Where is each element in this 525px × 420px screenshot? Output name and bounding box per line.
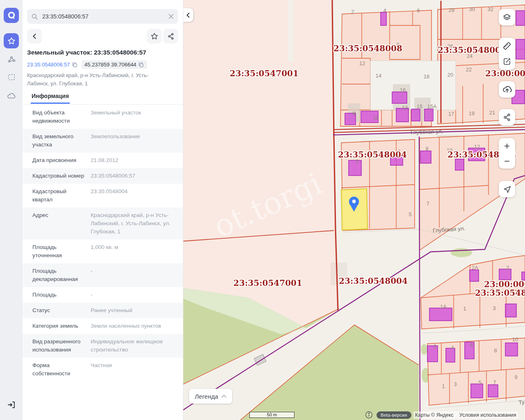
app-logo[interactable] (4, 8, 19, 23)
table-row: Площадь декларированная- (23, 263, 183, 287)
table-row: Форма собственностиЧастная (23, 358, 183, 381)
parcel-number: 15А (427, 103, 436, 110)
row-value: Индивидуальное жилищное строительство (91, 338, 176, 354)
info-button[interactable] (365, 411, 373, 419)
share-button[interactable] (163, 29, 178, 43)
tab-information[interactable]: Информация (31, 92, 70, 104)
parcel-number: 9 (514, 374, 517, 380)
select-area-icon (7, 73, 16, 82)
row-label: Форма собственности (32, 361, 87, 378)
parcel-number: 22 (466, 66, 472, 73)
measure-button[interactable] (499, 38, 515, 54)
upload-button[interactable] (499, 81, 515, 98)
parcel-number: 2 (433, 343, 436, 349)
clear-search-icon[interactable] (168, 14, 174, 19)
sidebar-item-selection[interactable] (6, 72, 16, 82)
parcel-number: 13 (402, 105, 408, 111)
sidebar-item-favorites[interactable] (4, 33, 19, 48)
chevron-left-icon (32, 34, 37, 39)
share-map-button[interactable] (499, 109, 515, 126)
cloud-icon (7, 91, 16, 101)
copy-icon[interactable] (72, 62, 78, 68)
address-text: Краснодарский край, р-н Усть-Лабинский, … (27, 71, 162, 88)
left-rail (0, 0, 23, 420)
copyright-label: Карты © Яндекс (415, 412, 454, 418)
locate-button[interactable] (499, 181, 515, 197)
row-value: - (91, 267, 176, 283)
table-row: Кадастровый номер23:35:0548006:57 (23, 168, 183, 184)
coordinates-chip[interactable]: 45.237859 39.706644 (82, 60, 147, 69)
parcel-number: 8 (425, 146, 428, 152)
parcel-number: 3 (454, 381, 457, 387)
legend-label: Легенда (195, 393, 218, 400)
parcel-number: 17 (448, 111, 454, 117)
measure-edit-group (499, 38, 515, 70)
cadastral-label: 23:35:0548004 (339, 276, 408, 286)
row-label: Дата присвоения (32, 156, 87, 164)
sidebar-item-cloud[interactable] (6, 91, 16, 101)
terms-link[interactable]: Условия использования (459, 412, 516, 418)
info-table: Вид объекта недвижимостиЗемельный участо… (23, 105, 183, 381)
row-value: Ранее учтенный (91, 306, 176, 315)
parcel-number: 12 (474, 144, 480, 150)
row-value: 23:35:0548004 (91, 187, 176, 204)
table-row: Площадь уточненная1,000 кв. м (23, 240, 183, 263)
layers-icon (502, 12, 512, 22)
zoom-out-button[interactable]: − (499, 153, 515, 169)
cadastral-label: 23:35:0548004 (475, 288, 525, 298)
scale-label: 50 m (267, 413, 277, 417)
search-box[interactable] (27, 9, 178, 24)
row-label: Кадастровый квартал (32, 187, 87, 204)
row-label: Площадь декларированная (32, 267, 87, 283)
edit-icon (502, 57, 512, 66)
table-row: АдресКраснодарский край, р-н Усть-Лабинс… (23, 208, 183, 240)
search-input[interactable] (41, 13, 165, 20)
star-icon (150, 32, 159, 41)
table-row: Кадастровый квартал23:35:0548004 (23, 184, 183, 208)
parcel-number: 14 (376, 73, 381, 79)
sidebar-collapse-button[interactable] (183, 8, 193, 22)
table-row: Площадь- (23, 287, 183, 303)
parcel-number: 9 (352, 110, 355, 116)
row-label: Статус (32, 306, 87, 315)
upload-cloud-icon (502, 84, 512, 95)
table-row: Вид разрешенного использованияИндивидуал… (23, 334, 183, 358)
share-icon (167, 32, 175, 40)
parcel-number: 11 (373, 114, 379, 121)
row-value: Землепользование (91, 132, 176, 149)
row-label: Кадастровый номер (32, 172, 87, 180)
cadastral-number-text: 23:35:0548006:57 (27, 62, 70, 68)
row-label: Вид объекта недвижимости (32, 109, 87, 125)
zoom-group: + − (499, 138, 515, 169)
parcel-number: 15 (417, 103, 422, 110)
map-canvas[interactable]: ot.torgi Глубокая ул.Глубокая ул.Тульска… (183, 0, 525, 420)
back-button[interactable] (27, 29, 42, 43)
parcel-number: 6 (470, 342, 473, 348)
map-area[interactable]: ot.torgi Глубокая ул.Глубокая ул.Тульска… (183, 0, 525, 420)
edit-button[interactable] (499, 54, 515, 69)
zoom-in-button[interactable]: + (499, 138, 515, 153)
sidebar-item-polygons[interactable] (6, 54, 16, 64)
row-value: Краснодарский край, р-н Усть-Лабинский, … (91, 211, 176, 236)
row-value: 21.08.2012 (91, 156, 176, 164)
cadastral-label: 23:35:0547001 (233, 278, 302, 288)
app-window: ot.torgi Глубокая ул.Глубокая ул.Тульска… (0, 0, 525, 420)
chevron-left-icon (186, 13, 191, 18)
favorite-button[interactable] (147, 29, 162, 43)
parcel-number: 1 (463, 306, 466, 312)
cadastral-label: 23:00:0000 (485, 68, 525, 78)
beta-label: Beta-версия (381, 413, 407, 418)
copy-icon[interactable] (138, 62, 144, 68)
beta-badge: Beta-версия (377, 411, 411, 419)
row-label: Адрес (32, 211, 87, 236)
cadastral-number-link[interactable]: 23:35:0548006:57 (27, 62, 78, 68)
layers-button[interactable] (499, 9, 515, 25)
logout-button[interactable] (6, 399, 16, 410)
parcel-number: 7 (493, 379, 496, 386)
cadastral-label: 23:35:0548004 (338, 150, 407, 160)
chips-row: 23:35:0548006:57 45.237859 39.706644 (27, 60, 147, 69)
search-icon (31, 13, 38, 20)
legend-button[interactable]: Легенда (189, 389, 232, 404)
parcel-number: 19 (469, 110, 475, 116)
parcel-number: 7 (426, 201, 429, 207)
